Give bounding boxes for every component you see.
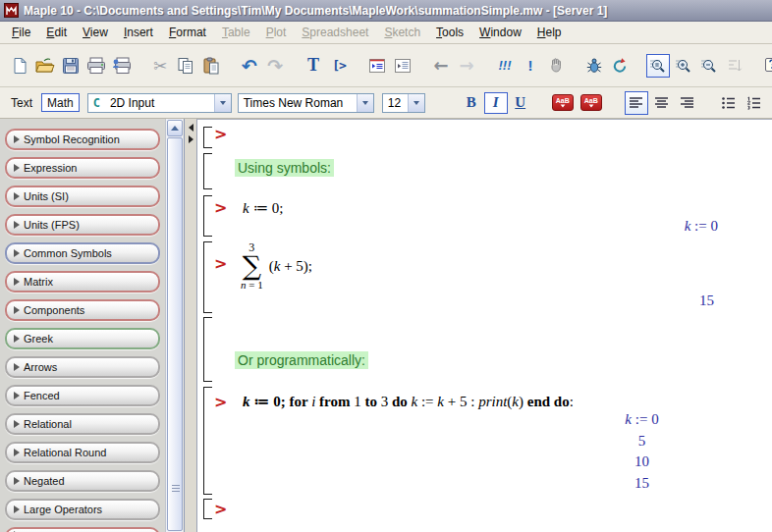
zoom-out-button[interactable] bbox=[697, 54, 721, 78]
menu-item-view[interactable]: View bbox=[75, 23, 116, 42]
chevron-down-icon bbox=[560, 104, 565, 107]
execute-current-button[interactable]: ! bbox=[519, 54, 542, 78]
palette-item-common-symbols[interactable]: Common Symbols bbox=[5, 242, 160, 264]
panel-splitter[interactable] bbox=[184, 119, 196, 532]
insert-maple-input-button[interactable]: [> bbox=[327, 54, 351, 78]
palette-item-symbol-recognition[interactable]: Symbol Recognition bbox=[5, 129, 160, 150]
expand-triangle-icon bbox=[14, 164, 20, 172]
palette-item-label: Units (SI) bbox=[24, 190, 69, 202]
copy-button[interactable] bbox=[174, 54, 197, 78]
print-preview-button[interactable] bbox=[110, 54, 134, 78]
paste-button[interactable] bbox=[199, 54, 223, 78]
insert-text-button[interactable]: T bbox=[302, 54, 325, 78]
input-for-loop[interactable]: k ≔ 0; for i from 1 to 3 do k := k + 5 :… bbox=[243, 393, 574, 410]
palette-scrollbar[interactable] bbox=[165, 119, 183, 532]
palette-item-arrows[interactable]: Arrows bbox=[5, 356, 160, 378]
bold-button[interactable]: B bbox=[460, 92, 483, 114]
expand-triangle-icon bbox=[14, 449, 20, 456]
palette-item-units-fps[interactable]: Units (FPS) bbox=[5, 214, 160, 236]
bullet-list-button[interactable] bbox=[717, 91, 741, 115]
zoom-in-button[interactable] bbox=[672, 54, 695, 78]
style-combo-dropdown-button[interactable] bbox=[214, 94, 231, 112]
menu-item-table: Table bbox=[214, 23, 258, 42]
input-summation[interactable]: 3 ∑ n = 1 (k + 5); bbox=[241, 241, 312, 291]
menu-item-edit[interactable]: Edit bbox=[38, 23, 75, 42]
maple-prompt[interactable]: > bbox=[214, 396, 227, 409]
output-sum-result: 15 bbox=[699, 293, 714, 309]
math-mode-button[interactable]: Math bbox=[41, 93, 80, 112]
new-document-button[interactable] bbox=[8, 54, 31, 78]
execute-all-button[interactable]: !!! bbox=[493, 54, 517, 78]
palette-item-components[interactable]: Components bbox=[5, 299, 160, 321]
text-paragraph-programmatically[interactable]: Or programmatically: bbox=[235, 351, 368, 369]
paragraph-style-combo[interactable]: C 2D Input bbox=[87, 93, 232, 113]
font-size-combo[interactable]: 12 bbox=[382, 93, 425, 113]
bullet-list-icon bbox=[720, 95, 737, 111]
remove-section-icon bbox=[394, 57, 412, 75]
menu-item-tools[interactable]: Tools bbox=[428, 23, 471, 42]
menu-item-format[interactable]: Format bbox=[161, 23, 214, 42]
insert-text-icon: T bbox=[307, 55, 319, 76]
expand-triangle-icon bbox=[14, 306, 20, 314]
font-family-combo[interactable]: Times New Roman bbox=[238, 93, 374, 113]
palette-item-label: Symbol Recognition bbox=[24, 133, 120, 145]
palette-item-matrix[interactable]: Matrix bbox=[5, 271, 160, 293]
text-paragraph-using-symbols[interactable]: Using symbols: bbox=[235, 159, 334, 177]
font-combo-dropdown-button[interactable] bbox=[357, 94, 373, 112]
menu-item-insert[interactable]: Insert bbox=[116, 23, 161, 42]
palette-item-greek[interactable]: Greek bbox=[5, 328, 160, 349]
collapse-right-icon[interactable] bbox=[189, 135, 193, 143]
zoom-100-button[interactable] bbox=[646, 54, 670, 78]
collapse-left-icon[interactable] bbox=[189, 124, 193, 132]
numbered-list-icon bbox=[745, 95, 762, 111]
save-button[interactable] bbox=[59, 54, 83, 78]
worksheet-document[interactable]: > Using symbols: > k ≔ 0; k := 0 > 3 ∑ n… bbox=[196, 119, 772, 532]
back-button[interactable]: ← bbox=[429, 54, 453, 78]
text-mode-button[interactable]: Text bbox=[5, 93, 38, 112]
font-color-button[interactable]: AaB bbox=[551, 91, 575, 115]
maple-prompt[interactable]: > bbox=[214, 128, 227, 141]
size-combo-dropdown-button[interactable] bbox=[408, 94, 424, 112]
palette-item-expression[interactable]: Expression bbox=[5, 157, 160, 179]
align-left-button[interactable] bbox=[625, 91, 648, 115]
palette-item-fenced[interactable]: Fenced bbox=[5, 385, 160, 406]
scroll-up-button[interactable] bbox=[167, 120, 183, 136]
input-assignment[interactable]: k ≔ 0; bbox=[243, 199, 283, 217]
summation-lower-bound: n = 1 bbox=[241, 279, 263, 291]
titlebar[interactable]: Maple 10 - C:\Documents and Settings\Tim… bbox=[0, 0, 772, 22]
undo-button[interactable]: ↶ bbox=[238, 54, 261, 78]
scrollbar-thumb[interactable] bbox=[167, 137, 183, 531]
highlight-color-button[interactable]: AaB bbox=[579, 91, 603, 115]
palette-item-relational-round[interactable]: Relational Round bbox=[5, 442, 160, 463]
palette-item-label: Expression bbox=[24, 162, 77, 174]
scrollbar-grip-icon bbox=[172, 485, 180, 493]
palette-item-relational[interactable]: Relational bbox=[5, 413, 160, 435]
align-right-button[interactable] bbox=[676, 91, 699, 115]
palette-item-units-si[interactable]: Units (SI) bbox=[5, 186, 160, 207]
numbered-list-button[interactable] bbox=[743, 91, 766, 115]
maple-prompt[interactable]: > bbox=[214, 257, 227, 271]
execute-all-icon: !!! bbox=[499, 58, 512, 73]
enclose-section-button[interactable] bbox=[365, 54, 389, 78]
palette-item-negated[interactable]: Negated bbox=[5, 470, 160, 492]
underline-button[interactable]: U bbox=[509, 92, 532, 114]
palette-item-partial[interactable] bbox=[5, 527, 160, 532]
restart-server-button[interactable] bbox=[608, 54, 632, 78]
remove-section-button[interactable] bbox=[391, 54, 414, 78]
open-button[interactable] bbox=[33, 54, 57, 78]
align-center-button[interactable] bbox=[650, 91, 674, 115]
print-button[interactable] bbox=[84, 54, 108, 78]
menu-item-file[interactable]: File bbox=[4, 23, 38, 42]
zoom-100-icon bbox=[649, 57, 667, 75]
menu-item-sketch: Sketch bbox=[376, 23, 428, 42]
expand-triangle-icon bbox=[14, 420, 20, 428]
maple-prompt[interactable]: > bbox=[214, 503, 227, 516]
maple-prompt[interactable]: > bbox=[214, 201, 227, 215]
debug-button[interactable] bbox=[582, 54, 606, 78]
help-button[interactable] bbox=[761, 54, 772, 78]
italic-button[interactable]: I bbox=[484, 92, 508, 114]
palette-item-label: Negated bbox=[24, 475, 65, 487]
menu-item-window[interactable]: Window bbox=[471, 23, 529, 42]
palette-item-large-operators[interactable]: Large Operators bbox=[5, 499, 160, 520]
menu-item-help[interactable]: Help bbox=[529, 23, 570, 42]
